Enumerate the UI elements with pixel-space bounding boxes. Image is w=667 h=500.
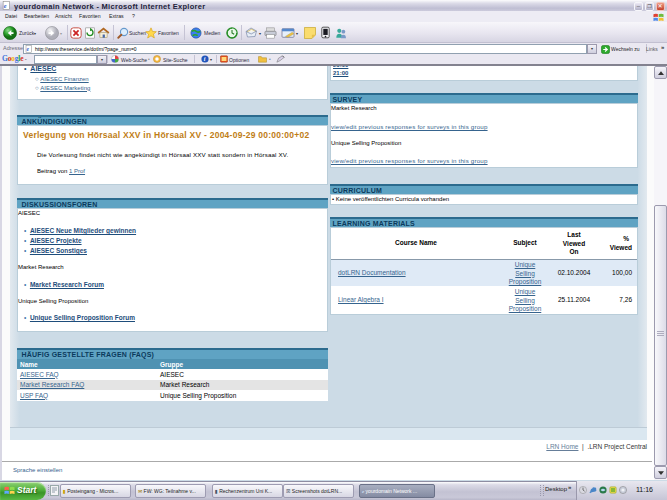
svg-text:e: e (4, 2, 7, 9)
